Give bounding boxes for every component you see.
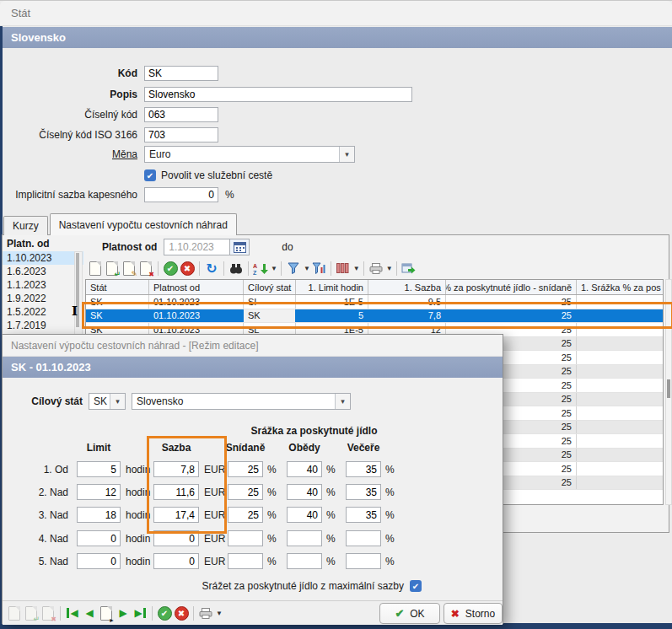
validity-item[interactable]: 1.6.2023 (3, 265, 83, 278)
obedy-input-4[interactable] (287, 530, 322, 546)
col-sazba-label: Sazba (153, 442, 199, 454)
cancel-icon[interactable]: ✖ (180, 260, 195, 277)
max-rate-checkbox[interactable]: ✔ (410, 580, 422, 592)
col-snidane-label: Snídaně (223, 442, 267, 454)
popis-field[interactable] (144, 87, 412, 102)
filter-icon[interactable] (286, 260, 301, 277)
next-record-icon[interactable]: ▶ (116, 605, 131, 621)
validity-item[interactable]: 1.7.2019 (3, 319, 83, 332)
tab-kurzy[interactable]: Kurzy (3, 216, 48, 235)
target-name-combobox[interactable]: Slovensko ▾ (132, 393, 351, 410)
confirm-icon[interactable]: ✔ (157, 605, 172, 621)
obedy-input-5[interactable] (287, 553, 322, 569)
column-header[interactable]: 1. Srážka % za pos (577, 280, 661, 294)
scrollbar-thumb[interactable] (667, 379, 670, 398)
table-row[interactable]: SK01.10.2023SI1E-59.525 (86, 295, 663, 309)
copy-record-icon[interactable]: ↵ (105, 260, 120, 277)
vecere-input-5[interactable] (346, 553, 381, 569)
search-binoculars-icon[interactable] (228, 260, 244, 277)
confirm-icon[interactable]: ✔ (163, 260, 178, 277)
chevron-down-icon[interactable]: ▾ (335, 394, 350, 409)
table-cell: SK (86, 295, 149, 309)
new-record-icon[interactable] (88, 260, 103, 277)
chevron-down-icon[interactable]: ▼ (216, 610, 223, 617)
sort-az-icon[interactable]: AZ (253, 260, 268, 277)
snidane-input-3[interactable] (228, 507, 263, 523)
hours-unit: hodin (126, 556, 150, 567)
print-icon[interactable] (198, 605, 213, 621)
mena-label[interactable]: Měna (3, 148, 137, 160)
mena-combobox[interactable]: Euro ▾ (144, 146, 355, 163)
kod-field[interactable] (144, 66, 218, 81)
browse-records-icon[interactable]: ► (99, 605, 114, 621)
target-code-combobox[interactable]: SK ▾ (89, 393, 126, 410)
sazba-input-1[interactable] (153, 461, 199, 477)
print-icon[interactable] (368, 260, 384, 277)
chevron-down-icon[interactable]: ▼ (271, 265, 277, 272)
cancel-icon[interactable]: ✖ (174, 605, 189, 621)
obedy-input-3[interactable] (287, 507, 322, 523)
platnost-od-input[interactable]: 1.10.2023 (164, 239, 250, 255)
dialog-storno-button[interactable]: ✖ Storno (444, 603, 503, 624)
obedy-input-1[interactable] (287, 461, 322, 477)
vecere-input-3[interactable] (346, 507, 381, 523)
chevron-down-icon[interactable]: ▼ (353, 265, 360, 272)
sazba-input-4[interactable] (153, 530, 199, 546)
sazba-input-5[interactable] (153, 553, 199, 569)
snidane-input-1[interactable] (228, 461, 263, 477)
delete-record-icon[interactable]: ✖ (40, 605, 56, 621)
vecere-input-1[interactable] (346, 461, 381, 477)
allow-checkbox[interactable]: ✔ (144, 169, 156, 181)
limit-input-5[interactable] (77, 553, 121, 569)
column-header[interactable]: 1. Sazba (368, 280, 446, 294)
sazba-input-3[interactable] (153, 507, 199, 523)
vecere-input-4[interactable] (346, 530, 381, 546)
column-header[interactable]: Cílový stat (244, 280, 296, 294)
vecere-input-2[interactable] (346, 484, 381, 500)
chevron-down-icon[interactable]: ▼ (304, 265, 310, 272)
max-rate-row: Srážet za poskytnuté jídlo z maximální s… (3, 580, 422, 592)
delete-record-icon[interactable]: ✖ (138, 260, 153, 277)
table-row[interactable]: SK01.10.2023SK57,825 (86, 309, 663, 324)
limit-input-3[interactable] (77, 507, 121, 523)
last-record-icon[interactable]: ▶ (132, 605, 148, 621)
limit-input-1[interactable] (77, 461, 121, 477)
validity-item[interactable]: 1.10.2023 (3, 251, 83, 265)
table-cell: SK (86, 309, 149, 323)
dialog-ok-button[interactable]: ✔ OK (379, 603, 440, 624)
refresh-icon[interactable]: ↻ (204, 260, 219, 277)
snidane-input-2[interactable] (228, 484, 263, 500)
obedy-input-2[interactable] (287, 484, 322, 500)
column-header[interactable]: 1. Srážka % za poskytnuté jídlo - snídan… (446, 280, 577, 294)
chevron-down-icon[interactable]: ▾ (339, 147, 354, 162)
ciselny-field[interactable] (144, 107, 218, 122)
filter-chart-icon[interactable] (311, 260, 326, 277)
table-scrollbar[interactable] (665, 279, 672, 505)
columns-icon[interactable] (336, 260, 351, 277)
iso-field[interactable] (144, 127, 218, 142)
column-header[interactable]: Platnost od (149, 280, 244, 294)
new-record-icon[interactable] (7, 605, 22, 621)
chevron-down-icon[interactable]: ▾ (110, 394, 125, 409)
target-state-row: Cílový stát SK ▾ Slovensko ▾ (3, 392, 351, 410)
validity-scrollbar[interactable] (74, 251, 83, 336)
sazba-input-2[interactable] (153, 484, 199, 500)
pocket-label: Implicitní sazba kapesného (3, 189, 137, 201)
limit-input-4[interactable] (77, 530, 121, 546)
table-cell: SI (244, 295, 296, 309)
calendar-icon[interactable] (229, 239, 249, 255)
snidane-input-4[interactable] (228, 530, 263, 546)
first-record-icon[interactable]: ◀ (65, 605, 80, 621)
column-header[interactable]: 1. Limit hodin (296, 280, 368, 294)
edit-record-icon[interactable]: ✎ (121, 260, 137, 277)
pocket-field[interactable] (144, 187, 218, 202)
tab-nastaveni[interactable]: Nastavení vypočtu cestovních náhrad (50, 213, 237, 235)
snidane-input-5[interactable] (228, 553, 263, 569)
copy-record-icon[interactable]: ↵ (24, 605, 39, 621)
previous-record-icon[interactable]: ◀ (82, 605, 97, 621)
export-icon[interactable] (401, 260, 417, 277)
column-header[interactable]: Stát (86, 280, 149, 294)
limit-input-2[interactable] (77, 484, 121, 500)
validity-item[interactable]: 1.1.2023 (3, 278, 83, 292)
chevron-down-icon[interactable]: ▼ (386, 265, 393, 272)
